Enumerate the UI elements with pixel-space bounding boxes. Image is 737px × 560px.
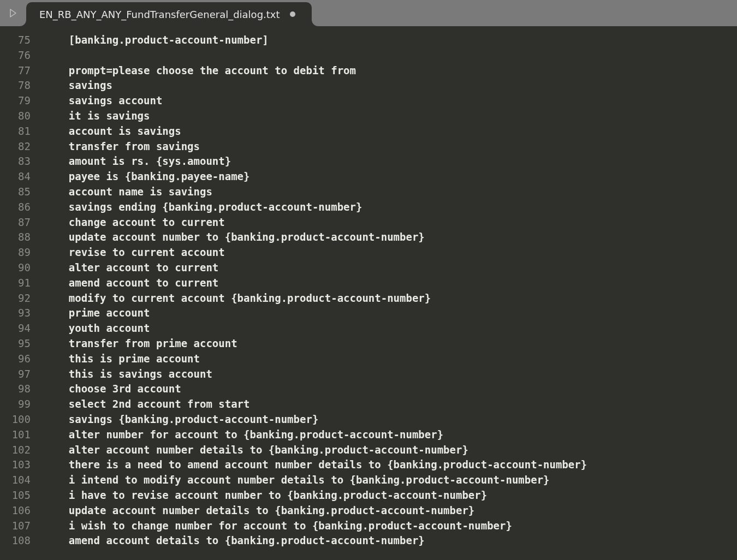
code-line[interactable]: this is savings account [44, 367, 737, 382]
code-line[interactable]: savings account [44, 93, 737, 109]
line-number: 99 [0, 397, 38, 412]
line-number: 90 [0, 260, 38, 276]
code-line[interactable]: revise to current account [44, 245, 737, 260]
code-line[interactable]: savings {banking.product-account-number} [44, 412, 737, 427]
code-line[interactable]: amend account details to {banking.produc… [44, 533, 737, 549]
code-line[interactable]: i have to revise account number to {bank… [44, 488, 737, 503]
line-number: 93 [0, 306, 38, 321]
line-number-gutter: 7576777879808182838485868788899091929394… [0, 26, 38, 560]
editor-area[interactable]: 7576777879808182838485868788899091929394… [0, 26, 737, 560]
code-line[interactable]: i intend to modify account number detail… [44, 473, 737, 488]
code-line[interactable]: alter number for account to {banking.pro… [44, 427, 737, 443]
code-line[interactable]: savings ending {banking.product-account-… [44, 200, 737, 215]
line-number: 96 [0, 352, 38, 367]
code-line[interactable]: transfer from savings [44, 139, 737, 154]
code-line[interactable]: transfer from prime account [44, 336, 737, 352]
code-line[interactable]: prompt=please choose the account to debi… [44, 63, 737, 79]
line-number: 100 [0, 412, 38, 427]
code-line[interactable]: savings [44, 78, 737, 93]
code-line[interactable]: prime account [44, 306, 737, 321]
line-number: 105 [0, 488, 38, 503]
code-line[interactable]: [banking.product-account-number] [44, 33, 737, 48]
code-line[interactable]: it is savings [44, 109, 737, 124]
code-line[interactable] [44, 48, 737, 63]
line-number: 76 [0, 48, 38, 63]
code-line[interactable]: choose 3rd account [44, 382, 737, 397]
line-number: 91 [0, 276, 38, 291]
code-line[interactable]: account is savings [44, 124, 737, 139]
line-number: 78 [0, 78, 38, 93]
code-line[interactable]: youth account [44, 321, 737, 336]
line-number: 85 [0, 184, 38, 200]
line-number: 88 [0, 230, 38, 245]
line-number: 75 [0, 33, 38, 48]
code-content[interactable]: [banking.product-account-number] prompt=… [38, 26, 737, 560]
line-number: 97 [0, 367, 38, 382]
line-number: 106 [0, 503, 38, 519]
line-number: 107 [0, 519, 38, 534]
code-line[interactable]: modify to current account {banking.produ… [44, 291, 737, 306]
line-number: 81 [0, 124, 38, 139]
code-line[interactable]: alter account number details to {banking… [44, 443, 737, 458]
line-number: 83 [0, 154, 38, 169]
code-line[interactable]: amount is rs. {sys.amount} [44, 154, 737, 169]
line-number: 82 [0, 139, 38, 154]
dirty-indicator-icon [290, 11, 295, 17]
code-line[interactable]: this is prime account [44, 352, 737, 367]
code-line[interactable]: update account number to {banking.produc… [44, 230, 737, 245]
line-number: 77 [0, 63, 38, 79]
line-number: 104 [0, 473, 38, 488]
line-number: 108 [0, 533, 38, 549]
line-number: 89 [0, 245, 38, 260]
line-number: 79 [0, 93, 38, 109]
code-line[interactable]: amend account to current [44, 276, 737, 291]
tab-active[interactable]: EN_RB_ANY_ANY_FundTransferGeneral_dialog… [26, 2, 312, 26]
line-number: 87 [0, 215, 38, 230]
code-line[interactable]: payee is {banking.payee-name} [44, 169, 737, 184]
title-bar: EN_RB_ANY_ANY_FundTransferGeneral_dialog… [0, 0, 737, 26]
line-number: 103 [0, 457, 38, 473]
line-number: 80 [0, 109, 38, 124]
code-line[interactable]: there is a need to amend account number … [44, 457, 737, 473]
code-line[interactable]: account name is savings [44, 184, 737, 200]
line-number: 95 [0, 336, 38, 352]
tab-title: EN_RB_ANY_ANY_FundTransferGeneral_dialog… [39, 9, 280, 20]
code-line[interactable]: change account to current [44, 215, 737, 230]
line-number: 101 [0, 427, 38, 443]
code-line[interactable]: i wish to change number for account to {… [44, 519, 737, 534]
code-line[interactable]: select 2nd account from start [44, 397, 737, 412]
line-number: 86 [0, 200, 38, 215]
line-number: 98 [0, 382, 38, 397]
tab-bar: EN_RB_ANY_ANY_FundTransferGeneral_dialog… [26, 0, 312, 26]
code-line[interactable]: alter account to current [44, 260, 737, 276]
line-number: 94 [0, 321, 38, 336]
line-number: 84 [0, 169, 38, 184]
line-number: 92 [0, 291, 38, 306]
line-number: 102 [0, 443, 38, 458]
code-line[interactable]: update account number details to {bankin… [44, 503, 737, 519]
